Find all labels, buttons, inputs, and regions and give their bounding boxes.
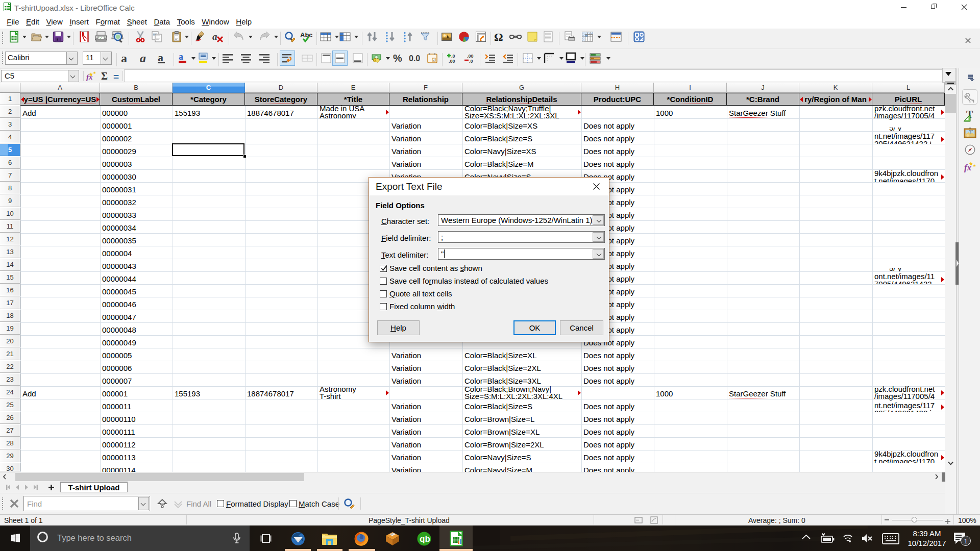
svg-text:Ω: Ω: [494, 31, 503, 43]
svg-text:0.0: 0.0: [409, 54, 420, 63]
svg-text:.0: .0: [469, 59, 473, 64]
svg-text:%: %: [393, 53, 402, 64]
svg-text:a: a: [140, 52, 146, 64]
svg-text:.00: .00: [449, 59, 455, 64]
svg-text:a: a: [212, 31, 217, 42]
svg-text:a: a: [179, 52, 183, 62]
svg-text:qb: qb: [420, 534, 430, 544]
svg-text:a: a: [121, 52, 127, 64]
svg-text:.00: .00: [467, 54, 474, 59]
svg-text:a: a: [158, 52, 163, 64]
svg-text:Abc: Abc: [300, 31, 312, 39]
svg-text:.0: .0: [451, 54, 455, 59]
